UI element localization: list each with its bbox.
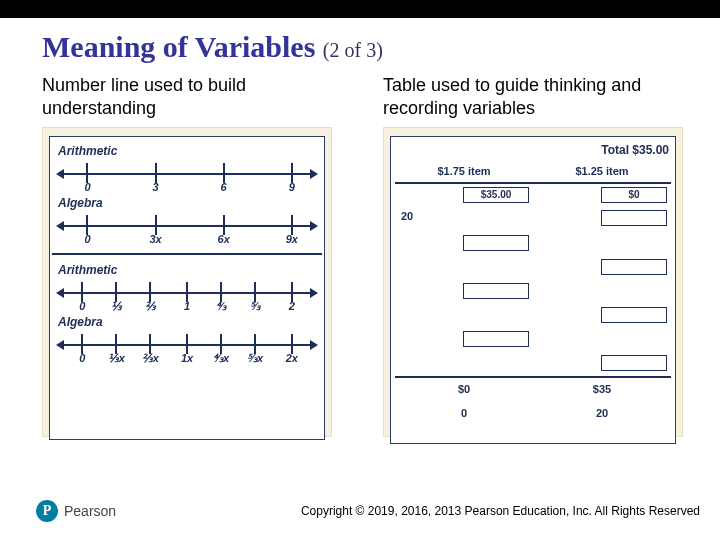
numberline-algebra-2: 0 ⅓x ⅔x 1x ⁴⁄₃x ⁵⁄₃x 2x [56, 330, 318, 364]
nl-label-algebra-1: Algebra [58, 196, 318, 210]
nl-label-arith-2: Arithmetic [58, 263, 318, 277]
table-cell-box [463, 283, 529, 299]
tick-label: 1x [181, 352, 193, 364]
numberline-inner: Arithmetic 0 3 6 9 [49, 136, 325, 440]
table-row [395, 304, 671, 328]
table-row: $0 $35 [395, 377, 671, 401]
tick-label: 3x [149, 233, 161, 245]
table-footer-cell: $0 [395, 377, 533, 401]
tick-label: 6x [218, 233, 230, 245]
axis-line [60, 225, 314, 227]
table-cell-box [463, 331, 529, 347]
arrow-right-icon [310, 221, 318, 231]
arrow-right-icon [310, 288, 318, 298]
right-column: Table used to guide thinking and recordi… [383, 74, 692, 437]
table-row [395, 280, 671, 304]
tick-label: 1 [184, 300, 190, 312]
table-row [395, 256, 671, 280]
brand-logo-icon: P [36, 500, 58, 522]
title-counter: (2 of 3) [323, 39, 383, 61]
table-cell-box [601, 210, 667, 226]
left-header: Number line used to build understanding [42, 74, 351, 119]
tick-label: 0 [84, 233, 90, 245]
left-column: Number line used to build understanding … [42, 74, 351, 437]
arrow-right-icon [310, 340, 318, 350]
table-row: $35.00 $0 [395, 183, 671, 207]
content-columns: Number line used to build understanding … [0, 68, 720, 437]
table-cell-box: $0 [601, 187, 667, 203]
table-cell-box [601, 259, 667, 275]
nl-group-2: Arithmetic 0 [56, 263, 318, 364]
title-main: Meaning of Variables [42, 30, 315, 63]
table-footer-cell: 0 [395, 401, 533, 425]
tick-label: ⁵⁄₃ [250, 300, 260, 313]
table-col-header: $1.25 item [533, 159, 671, 183]
table-footer-cell: 20 [533, 401, 671, 425]
tick-label: 2 [289, 300, 295, 312]
table-cell-box [601, 355, 667, 371]
tick-label: 0 [84, 181, 90, 193]
top-bar [0, 0, 720, 18]
tick-label: 0 [79, 300, 85, 312]
tick-label: 2x [286, 352, 298, 364]
divider [52, 253, 322, 255]
numberline-algebra-1: 0 3x 6x 9x [56, 211, 318, 245]
table-cell-box: $35.00 [463, 187, 529, 203]
arrow-right-icon [310, 169, 318, 179]
numberline-arith-1: 0 3 6 9 [56, 159, 318, 193]
table-row: 20 [395, 207, 671, 231]
tick-label: ⅓x [108, 352, 125, 365]
tick-label: 9 [289, 181, 295, 193]
slide: Meaning of Variables (2 of 3) Number lin… [0, 0, 720, 540]
table-row: 0 20 [395, 401, 671, 425]
tick-label: 9x [286, 233, 298, 245]
table-cell-box [601, 307, 667, 323]
copyright-text: Copyright © 2019, 2016, 2013 Pearson Edu… [301, 504, 700, 518]
table-figure: Total $35.00 $1.75 item $1.25 item $35.0… [383, 127, 683, 437]
axis-line [60, 173, 314, 175]
tick-label: ⅓ [111, 300, 122, 313]
brand: P Pearson [36, 500, 116, 522]
table-row [395, 232, 671, 256]
tick-label: 6 [221, 181, 227, 193]
table-inner: Total $35.00 $1.75 item $1.25 item $35.0… [390, 136, 676, 444]
table-row: $1.75 item $1.25 item [395, 159, 671, 183]
numberline-figure: Arithmetic 0 3 6 9 [42, 127, 332, 437]
tick-label: 0 [79, 352, 85, 364]
table-total: Total $35.00 [395, 143, 669, 157]
guide-table: $1.75 item $1.25 item $35.00 $0 20 [395, 159, 671, 425]
nl-label-algebra-2: Algebra [58, 315, 318, 329]
tick-label: ⅔ [145, 300, 156, 313]
tick-label: ⁴⁄₃ [216, 300, 226, 313]
brand-text: Pearson [64, 503, 116, 519]
slide-title: Meaning of Variables (2 of 3) [42, 30, 720, 64]
table-cell-box [463, 235, 529, 251]
table-row [395, 328, 671, 352]
table-footer-cell: $35 [533, 377, 671, 401]
tick-label: ⅔x [142, 352, 159, 365]
numberline-arith-2: 0 ⅓ ⅔ 1 ⁴⁄₃ ⁵⁄₃ 2 [56, 278, 318, 312]
tick-label: ⁵⁄₃x [247, 352, 263, 365]
nl-label-arith-1: Arithmetic [58, 144, 318, 158]
table-row [395, 352, 671, 376]
right-header: Table used to guide thinking and recordi… [383, 74, 692, 119]
nl-group-1: Arithmetic 0 3 6 9 [56, 144, 318, 245]
table-col-header: $1.75 item [395, 159, 533, 183]
table-cell-value: 20 [401, 210, 413, 222]
tick-label: 3 [152, 181, 158, 193]
tick-label: ⁴⁄₃x [213, 352, 229, 365]
